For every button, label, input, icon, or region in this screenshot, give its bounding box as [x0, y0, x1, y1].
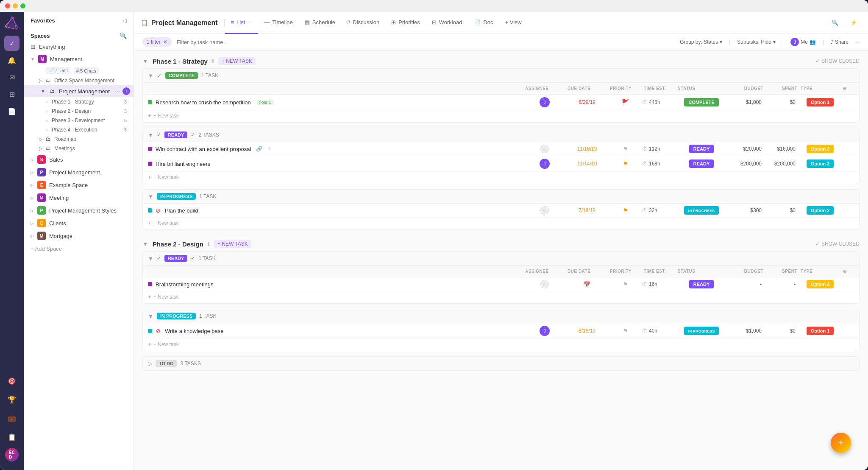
sidebar-item-everything[interactable]: ⊞ Everything: [24, 41, 134, 53]
sidebar-search-icon[interactable]: 🔍: [120, 32, 127, 39]
doc-row: 📄 1 Doc # 5 Chats: [24, 65, 134, 76]
type-button[interactable]: Option 1: [807, 327, 834, 335]
type-button[interactable]: Option 3: [807, 280, 834, 288]
phase2-show-closed[interactable]: ✓ SHOW CLOSED: [815, 241, 860, 247]
priority-flag-icon: ⚑: [623, 145, 628, 152]
time-icon: ⏱: [642, 161, 647, 167]
close-dot[interactable]: [5, 3, 10, 8]
status-button[interactable]: READY: [689, 159, 714, 168]
phase2-collapse-icon[interactable]: ▼: [142, 241, 148, 247]
status-button[interactable]: READY: [689, 145, 714, 153]
sidebar-item-mortgage[interactable]: ▷ M Mortgage: [24, 229, 134, 242]
p2-inprogress-collapse[interactable]: ▼: [148, 313, 153, 319]
type-button[interactable]: Option 1: [807, 98, 834, 106]
phase1-show-closed[interactable]: ✓ SHOW CLOSED: [815, 58, 860, 64]
add-space-button[interactable]: + Add Space: [24, 242, 134, 255]
sidebar-item-example[interactable]: ▷ E Example Space: [24, 179, 134, 191]
p2-todo-collapse[interactable]: ▷: [148, 361, 152, 367]
status-button[interactable]: READY: [689, 280, 714, 288]
new-task-row[interactable]: + + New task: [143, 172, 859, 184]
sidebar-subitem-phase1[interactable]: ○ Phase 1 - Strategy 3: [24, 97, 134, 106]
new-task-row[interactable]: + + New task: [143, 110, 859, 122]
tab-list-more[interactable]: ···: [248, 19, 252, 25]
sales-icon: S: [37, 155, 46, 164]
sidebar-subitem-phase4[interactable]: ○ Phase 4 - Execution 5: [24, 125, 134, 134]
inprogress-collapse-icon[interactable]: ▼: [148, 193, 153, 200]
more-options-button[interactable]: ···: [855, 39, 860, 45]
complete-collapse-icon[interactable]: ▼: [148, 73, 153, 79]
share-button[interactable]: ⤴ Share: [831, 39, 849, 45]
project-more-icon[interactable]: ···: [115, 88, 120, 95]
sidebar-icon-tasks[interactable]: ✓: [4, 36, 19, 51]
sidebar-collapse-icon[interactable]: ◁: [122, 17, 127, 24]
new-task-row[interactable]: + + New task: [143, 218, 859, 229]
sidebar-item-meetings[interactable]: ▷ 🗂 Meetings: [24, 144, 134, 153]
maximize-dot[interactable]: [20, 3, 25, 8]
type-button[interactable]: Option 2: [807, 159, 834, 168]
status-button[interactable]: IN PROGRESS: [684, 206, 719, 215]
phase1-collapse-icon[interactable]: ▼: [142, 58, 148, 64]
sidebar-item-pm-styles[interactable]: ▷ P Project Management Styles: [24, 204, 134, 217]
sidebar-subitem-phase2[interactable]: ○ Phase 2 - Design 5: [24, 106, 134, 116]
task-name-cell: ⊘ Plan the build: [148, 207, 523, 214]
sidebar-icon-inbox[interactable]: ✉: [4, 70, 19, 85]
sidebar: Favorites ◁ Spaces 🔍 ⊞ Everything ▼ M Ma…: [24, 12, 134, 470]
phase1-new-task-button[interactable]: + NEW TASK: [218, 57, 256, 65]
sidebar-item-project-management[interactable]: ▼ 🗂 Project Management ··· +: [24, 85, 134, 97]
ready-collapse-icon[interactable]: ▼: [148, 132, 153, 138]
phase2-header: ▼ Phase 2 - Design ℹ + NEW TASK ✓ SHOW C…: [142, 240, 860, 248]
task-color-dot: [148, 100, 152, 104]
sidebar-icon-settings[interactable]: 📋: [4, 429, 19, 445]
sidebar-item-clients[interactable]: ▷ C Clients: [24, 217, 134, 229]
sidebar-item-project-mgmt[interactable]: ▷ P Project Management: [24, 166, 134, 179]
chat-chip[interactable]: # 5 Chats: [74, 67, 99, 74]
type-button[interactable]: Option 2: [807, 206, 834, 215]
sidebar-icon-docs[interactable]: 📄: [4, 104, 19, 119]
tab-timeline[interactable]: — Timeline: [258, 12, 299, 34]
sidebar-item-management[interactable]: ▼ M Management: [24, 53, 134, 65]
doc-chip[interactable]: 📄 1 Doc: [46, 67, 70, 74]
tab-list[interactable]: ≡ List ···: [225, 12, 258, 34]
new-task-row[interactable]: + + New task: [143, 291, 859, 303]
col-due-date: DUE DATE: [566, 84, 608, 92]
tab-schedule[interactable]: ▦ Schedule: [299, 12, 341, 34]
sidebar-item-meeting[interactable]: ▷ M Meeting: [24, 191, 134, 204]
filter-chip-close[interactable]: ✕: [163, 39, 167, 45]
tab-discussion[interactable]: # Discussion: [341, 12, 385, 34]
sidebar-subitem-phase3[interactable]: ○ Phase 3 - Development 5: [24, 116, 134, 125]
filter-input[interactable]: [177, 39, 675, 45]
search-button[interactable]: 🔍: [827, 18, 843, 28]
sidebar-icon-rewards[interactable]: 🏆: [4, 392, 19, 407]
tab-workload[interactable]: ⊟ Workload: [426, 12, 468, 34]
project-add-icon[interactable]: +: [122, 87, 130, 95]
tab-add-view[interactable]: + View: [499, 12, 528, 34]
table-row: Hire brilliant engineers J 11/14/19 ⚑ ⏱: [143, 156, 859, 172]
type-button[interactable]: Option 3: [807, 145, 834, 153]
sidebar-icon-dashboard[interactable]: ⊞: [4, 87, 19, 102]
group-by-button[interactable]: Group by: Status ▾: [680, 39, 722, 45]
new-task-row[interactable]: + + New task: [143, 339, 859, 351]
minimize-dot[interactable]: [13, 3, 18, 8]
tab-priorities[interactable]: ⊞ Priorities: [385, 12, 426, 34]
status-button[interactable]: COMPLETE: [684, 98, 718, 106]
status-button[interactable]: IN PROGRESS: [684, 327, 719, 335]
user-avatar[interactable]: ECD: [5, 448, 19, 462]
phase1-info-icon[interactable]: ℹ: [212, 58, 214, 64]
phase2-new-task-button[interactable]: + NEW TASK: [214, 240, 251, 248]
tab-doc[interactable]: 📄 Doc: [468, 12, 499, 34]
lightning-button[interactable]: ⚡: [846, 18, 861, 28]
sidebar-icon-goals[interactable]: 🎯: [4, 373, 19, 389]
sidebar-item-sales[interactable]: ▷ S Sales: [24, 153, 134, 166]
sidebar-icon-notifications[interactable]: 🔔: [4, 53, 19, 68]
sidebar-item-office-space[interactable]: ▷ 🗂 Office Space Management: [24, 76, 134, 85]
p2-ready-collapse[interactable]: ▼: [148, 255, 153, 262]
me-button[interactable]: J Me 👥: [790, 38, 816, 46]
col-add[interactable]: ⊕: [841, 84, 854, 92]
filter-chip[interactable]: 1 filter ✕: [142, 37, 172, 47]
sidebar-icon-briefcase[interactable]: 💼: [4, 411, 19, 426]
fab-button[interactable]: +: [831, 433, 851, 453]
new-task-label: + New task: [153, 341, 179, 347]
sidebar-item-roadmap[interactable]: ▷ 🗂 Roadmap: [24, 134, 134, 144]
subtasks-button[interactable]: Subtasks: Hide ▾: [737, 39, 776, 45]
phase2-info-icon[interactable]: ℹ: [208, 241, 210, 247]
